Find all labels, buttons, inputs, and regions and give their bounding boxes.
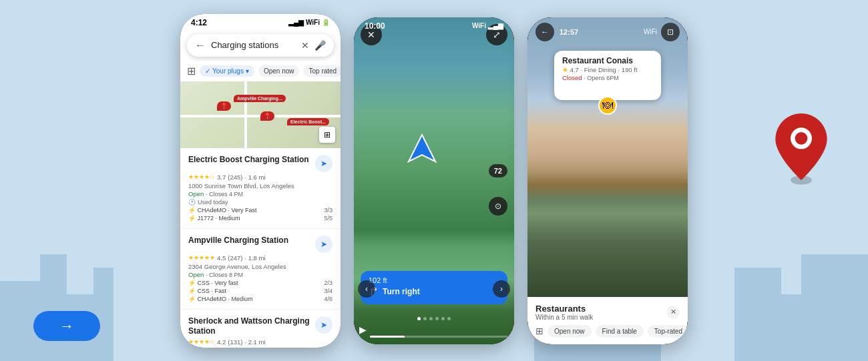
result-name-1: Electric Boost Charging Station (188, 155, 311, 165)
wifi-right-icon: WiFi (644, 28, 657, 35)
navigate-btn-3[interactable]: ➤ (315, 316, 333, 334)
navigate-icon-3: ➤ (320, 320, 327, 330)
recenter-icon: ⊙ (495, 202, 501, 211)
clear-button[interactable]: ✕ (301, 40, 309, 51)
search-query: Charging stations (211, 40, 296, 50)
distance-2: · 1.8 mi (244, 254, 265, 262)
time-center: 10:00 (365, 21, 385, 31)
charger-chademo-1: ⚡ CHAdeMO · Very Fast 3/3 (188, 207, 333, 214)
nav-instruction-bar: 102 ft ↱ Turn right (361, 271, 507, 304)
filter-chips: ⊞ ✓ Your plugs ▾ Open now Top rated (180, 61, 341, 81)
nav-dot-5 (441, 317, 445, 320)
navigate-btn-2[interactable]: ➤ (315, 236, 333, 253)
recenter-button[interactable]: ⊙ (489, 197, 507, 216)
status-2: Open · Closes 8 PM (188, 271, 333, 278)
video-progress-bar[interactable] (370, 336, 509, 338)
sv-chip-find-table[interactable]: Find a table (596, 325, 644, 338)
sv-chip-top-rated[interactable]: Top-rated (648, 325, 688, 338)
sv-chip-open-now[interactable]: Open now (548, 325, 592, 338)
wifi-center-icon: WiFi (472, 22, 486, 29)
nav-dot-4 (435, 317, 439, 320)
charger-j1772-1: ⚡ J1772 · Medium 5/5 (188, 215, 333, 222)
restaurant-closed-label: Closed (562, 74, 582, 81)
search-area: ← Charging stations ✕ 🎤 (180, 30, 341, 61)
nav-screen: 10:00 WiFi ▂▄▆ ✕ ⤢ (354, 17, 514, 344)
video-play-button[interactable]: ▶ (359, 324, 367, 335)
sv-title-area: Restaurants Within a 5 min walk (535, 304, 593, 321)
scene-overlay (527, 185, 688, 297)
sv-close-button[interactable]: ✕ (666, 306, 680, 319)
chip-top-rated[interactable]: Top rated (303, 65, 341, 77)
nav-next-button[interactable]: › (493, 280, 510, 298)
status-icons-center: WiFi ▂▄▆ (472, 22, 503, 29)
map-pin-2: 📍 (260, 111, 274, 121)
sv-status-bar: ← 12:57 WiFi ⊡ (527, 17, 688, 47)
sv-share-button[interactable]: ⊡ (661, 23, 680, 41)
charger-icon-1a: ⚡ CHAdeMO · Very Fast (188, 207, 257, 214)
navigate-icon-1: ➤ (320, 159, 327, 168)
map-area[interactable]: Ampville Charging... 📍 📍 Electric Boost.… (180, 81, 341, 148)
nav-dot-3 (429, 317, 433, 320)
back-button[interactable]: ← (195, 39, 206, 51)
map-pin-3: 📍 (217, 101, 231, 111)
speed-badge: 72 (489, 164, 507, 177)
result-item-1[interactable]: Electric Boost Charging Station ➤ ★★★★☆ … (180, 148, 341, 229)
nav-prev-button[interactable]: ‹ (358, 280, 375, 298)
nav-dot-2 (423, 317, 427, 320)
reviews-3: (131) (228, 338, 242, 346)
video-progress-fill (370, 336, 405, 338)
close-icon-sv: ✕ (670, 308, 676, 316)
closes-label-2: · Closes 8 PM (206, 272, 243, 278)
sv-back-button[interactable]: ← (535, 23, 554, 41)
clock-icon-1: 🕐 (188, 199, 196, 206)
restaurant-opens-label: · Opens 6PM (584, 75, 619, 81)
charger-count-2a: 2/3 (324, 280, 333, 286)
street-view-image: ← 12:57 WiFi ⊡ Restaurant Conais (527, 17, 688, 297)
mic-button[interactable]: 🎤 (314, 40, 326, 51)
stars-3: ★★★★☆ (188, 338, 215, 345)
charger-count-1b: 5/5 (324, 215, 333, 222)
distance-1: · 1.6 mi (244, 173, 265, 181)
navigate-btn-1[interactable]: ➤ (315, 155, 333, 172)
search-bar[interactable]: ← Charging stations ✕ 🎤 (187, 34, 334, 57)
chip-check-icon: ✓ (205, 67, 210, 75)
restaurant-rating-value: 4.7 (570, 66, 579, 73)
restaurant-status: Closed · Opens 6PM (562, 74, 653, 81)
filter-icon[interactable]: ⊞ (187, 65, 196, 77)
signal-icon: ▂▄▆ (288, 19, 304, 26)
charger-icon-2b: ⚡ CSS · Fast (188, 288, 226, 294)
charger-icon-1b: ⚡ J1772 · Medium (188, 215, 240, 222)
charger-icon-2a: ⚡ CSS · Very fast (188, 280, 238, 286)
result-item-3[interactable]: Sherlock and Wattson Charging Station ➤ … (180, 310, 341, 348)
share-icon-sv: ⊡ (667, 27, 674, 37)
used-today-1: 🕐 Used today (188, 199, 333, 206)
sv-bottom-header: Restaurants Within a 5 min walk ✕ (535, 304, 680, 321)
status-icons-left: ▂▄▆ WiFi 🔋 (288, 19, 330, 26)
restaurant-distance: 190 ft (622, 66, 638, 73)
charger-count-2b: 3/4 (324, 288, 333, 294)
result-item-2[interactable]: Ampville Charging Station ➤ ★★★★★ 4.5 (2… (180, 229, 341, 310)
chip-chevron-icon: ▾ (246, 67, 249, 75)
signal-center-icon: ▂▄▆ (488, 22, 503, 29)
sv-panel-subtitle: Within a 5 min walk (535, 314, 593, 321)
map-layer-button[interactable]: ⊞ (319, 127, 335, 143)
phone-left: 4:12 ▂▄▆ WiFi 🔋 ← Charging stations ✕ 🎤 (180, 14, 341, 348)
rating-1: 3.7 (217, 173, 226, 181)
rating-3: 4.2 (217, 338, 226, 346)
distance-3: · 2.1 mi (244, 338, 265, 346)
status-1: Open · Closes 4 PM (188, 190, 333, 198)
time-right: 12:57 (560, 28, 578, 36)
next-icon: › (500, 284, 503, 294)
stars-2: ★★★★★ (188, 254, 215, 261)
avatar: 🍽 (598, 96, 617, 115)
chip-open-now[interactable]: Open now (258, 65, 300, 77)
aerial-map: ✕ ⤢ 72 ⊙ (354, 17, 514, 344)
sv-info-card: Restaurant Conais ★ 4.7 · Fine Dining · … (554, 51, 661, 100)
result-name-3: Sherlock and Wattson Charging Station (188, 316, 311, 337)
open-label-2: Open (188, 271, 204, 278)
phone-left-screen: 4:12 ▂▄▆ WiFi 🔋 ← Charging stations ✕ 🎤 (180, 14, 341, 348)
sv-filter-chips: ⊞ Open now Find a table Top-rated More (535, 325, 680, 338)
speed-value: 72 (494, 167, 502, 175)
chip-your-plugs[interactable]: ✓ Your plugs ▾ (200, 65, 254, 77)
status-bar-left: 4:12 ▂▄▆ WiFi 🔋 (180, 14, 341, 30)
